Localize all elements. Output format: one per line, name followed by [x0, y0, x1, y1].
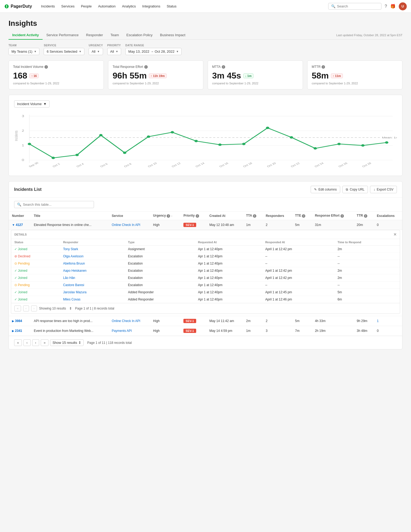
nav-automation[interactable]: Automation — [95, 3, 118, 10]
nav-status[interactable]: Status — [164, 3, 179, 10]
help-icon[interactable]: ? — [385, 4, 387, 9]
details-responder: Miles Covas — [60, 296, 125, 303]
tab-escalation-policy[interactable]: Escalation Policy — [123, 31, 156, 40]
table-search-area: 🔍 — [9, 198, 402, 212]
nav-services[interactable]: Services — [59, 3, 77, 10]
tab-team[interactable]: Team — [107, 31, 123, 40]
copy-url-button[interactable]: ⧉ Copy URL — [342, 186, 368, 193]
page: Insights Incident Activity Service Perfo… — [0, 13, 411, 356]
row-tte: 5m — [292, 316, 311, 326]
edit-columns-button[interactable]: ✎ Edit columns — [311, 186, 340, 193]
tab-incident-activity[interactable]: Incident Activity — [9, 31, 43, 40]
details-table-row: ✓ Joined Aapo Heiskanen Escalation Apr 1… — [11, 267, 400, 274]
urgency-value: All — [92, 50, 95, 53]
row-escalations: 1 — [374, 316, 402, 326]
export-csv-button[interactable]: ↓ Export CSV — [370, 186, 397, 193]
metric-mtta-label: MTTA i — [212, 65, 298, 69]
prev-page-button[interactable]: ‹ — [23, 339, 30, 346]
service-link[interactable]: Payments API — [112, 329, 132, 333]
details-requested-at: Apr 1 at 12:40pm — [195, 246, 262, 253]
row-tta: 2m — [243, 316, 263, 326]
search-box[interactable]: 🔍 — [328, 3, 381, 10]
details-panel: DETAILS ✕ Status Responder Type — [11, 230, 400, 314]
urgency-select[interactable]: All ▼ — [89, 48, 103, 55]
row-created-at: May 14 4:59 pm — [206, 326, 243, 336]
first-page-button[interactable]: « — [14, 339, 22, 346]
nav-people[interactable]: People — [78, 3, 94, 10]
service-link[interactable]: Online Check In API — [112, 319, 140, 323]
last-page-button[interactable]: » — [41, 339, 48, 346]
details-responder: Jaroslav Mazura — [60, 289, 125, 296]
nav-analytics[interactable]: Analytics — [119, 3, 138, 10]
row-created-at: May 14 11:42 am — [206, 316, 243, 326]
team-select[interactable]: My Teams (1) ▼ — [9, 48, 39, 55]
expand-row-icon[interactable]: ▼ — [12, 223, 15, 226]
metric-total-volume: Total Incident Volume i 168 ↑ 16 compare… — [9, 60, 104, 89]
row-ttr: 20m — [354, 220, 374, 230]
incident-number-link[interactable]: 3984 — [15, 319, 22, 323]
details-col-responded: Responded At — [262, 239, 334, 246]
incident-number-link[interactable]: 4127 — [16, 223, 23, 227]
details-table-row: ⊙ Pending Abellona Bruun Escalation Apr … — [11, 260, 400, 267]
date-select[interactable]: May 13, 2022 → Oct 28, 2022 ▼ — [125, 48, 182, 55]
tab-responder[interactable]: Responder — [82, 31, 107, 40]
col-response-effort: Response Effort i — [312, 212, 354, 220]
next-page-button[interactable]: › — [32, 339, 39, 346]
expand-row-icon[interactable]: ▶ — [12, 329, 14, 332]
table-search-box[interactable]: 🔍 — [14, 201, 94, 208]
svg-point-23 — [242, 143, 245, 145]
search-input[interactable] — [337, 4, 379, 8]
row-service: Online Check In API — [109, 220, 150, 230]
tab-business-impact[interactable]: Business Impact — [156, 31, 189, 40]
svg-text:2: 2 — [22, 129, 24, 132]
svg-point-28 — [361, 144, 365, 147]
metric-mttr: MTTR i 58m ↑ 11m compared to September 1… — [307, 60, 402, 89]
details-responder: Lão Hân — [60, 274, 125, 282]
chart-dropdown-arrow-icon: ▼ — [43, 102, 47, 106]
details-prev-button[interactable]: ‹ — [23, 306, 29, 311]
logo[interactable]: PagerDuty — [4, 4, 32, 9]
gift-icon[interactable]: 🎁 — [390, 4, 396, 9]
details-col-time-to-respond: Time to Respond — [334, 239, 400, 246]
metric-response-effort-value: 96h 55m ↑ 11h 19m — [113, 71, 199, 81]
nav-incidents[interactable]: Incidents — [38, 3, 57, 10]
incidents-title: Incidents List — [14, 187, 42, 192]
details-panel-header: DETAILS ✕ — [11, 230, 400, 239]
show-results-label: Show 15 results — [52, 341, 77, 345]
details-table-row: ✓ Joined Lão Hân Escalation Apr 1 at 12:… — [11, 274, 400, 282]
details-prev-prev-button[interactable]: « — [14, 306, 21, 311]
details-table: Status Responder Type Requested At Respo… — [11, 239, 400, 303]
details-requested-at: Apr 1 at 12:40pm — [195, 289, 262, 296]
svg-text:Oct 20: Oct 20 — [266, 162, 277, 168]
nav-right: 🔍 ? 🎁 U — [328, 2, 407, 10]
details-type: Added Responder — [125, 296, 195, 303]
chart-type-dropdown[interactable]: Incident Volume ▼ — [14, 100, 50, 108]
table-header: Number Title Service Urgency i ↓ Priorit… — [9, 212, 402, 220]
urgency-label: URGENCY — [89, 44, 103, 47]
team-label: TEAM — [9, 44, 39, 47]
incident-number-link[interactable]: 2341 — [15, 329, 22, 333]
service-link[interactable]: Online Check In API — [112, 223, 140, 227]
details-responded-at: -- — [262, 253, 334, 260]
service-select[interactable]: 6 Services Selected ▼ — [44, 48, 84, 55]
details-requested-at: Apr 1 at 12:40pm — [195, 282, 262, 289]
row-tta: 1m — [243, 220, 263, 230]
nav-integrations[interactable]: Integrations — [139, 3, 163, 10]
metric-mtta: MTTA i 3m 45s ↓ 1m compared to September… — [208, 60, 303, 89]
metric-mtta-value: 3m 45s ↓ 1m — [212, 71, 298, 81]
details-next-button[interactable]: › — [31, 306, 37, 311]
priority-select[interactable]: All ▼ — [107, 48, 121, 55]
show-results-select[interactable]: Show 15 results ⇕ — [50, 339, 84, 346]
tab-service-performance[interactable]: Service Performance — [43, 31, 82, 40]
svg-text:0: 0 — [22, 158, 24, 162]
col-urgency[interactable]: Urgency i ↓ — [150, 212, 180, 220]
details-responder: Castore Baresi — [60, 282, 125, 289]
details-close-button[interactable]: ✕ — [393, 232, 397, 237]
avatar[interactable]: U — [399, 2, 407, 10]
team-value: My Teams (1) — [11, 50, 32, 53]
service-filter: SERVICE 6 Services Selected ▼ — [44, 44, 84, 55]
expand-row-icon[interactable]: ▶ — [12, 319, 14, 323]
table-search-input[interactable] — [23, 203, 91, 207]
details-table-row: ⊙ Pending Castore Baresi Escalation Apr … — [11, 282, 400, 289]
svg-point-20 — [171, 131, 174, 134]
